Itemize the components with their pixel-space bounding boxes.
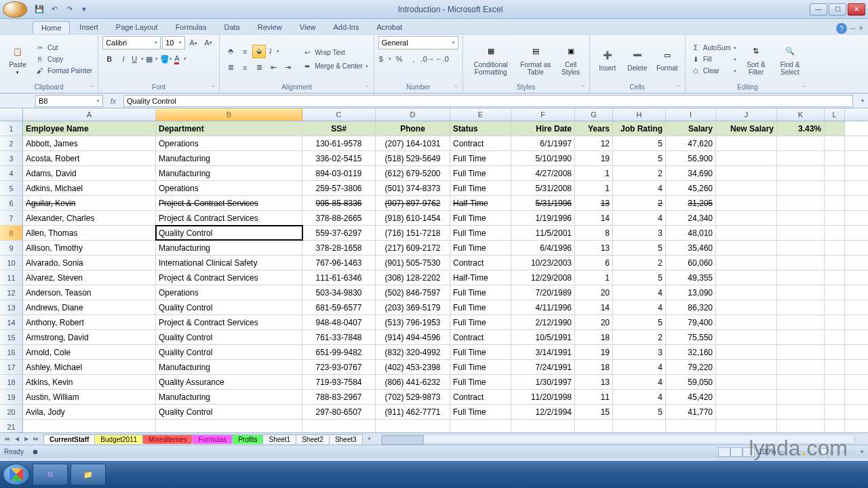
autosum-button[interactable]: ΣAutoSum▾: [690, 43, 738, 54]
column-header-A[interactable]: A: [23, 108, 156, 121]
cell[interactable]: [825, 181, 845, 195]
cell[interactable]: Full Time: [450, 181, 511, 195]
zoom-in-icon[interactable]: +: [860, 448, 864, 455]
cell[interactable]: 20: [575, 315, 613, 329]
cell[interactable]: 31,205: [666, 196, 716, 210]
cell[interactable]: 11: [575, 390, 613, 404]
cell[interactable]: [825, 315, 845, 329]
fill-button[interactable]: ⬇Fill▾: [690, 54, 738, 65]
cell[interactable]: [825, 196, 845, 210]
cell[interactable]: Anderson, Teason: [23, 285, 156, 300]
cell[interactable]: [511, 420, 575, 432]
cell[interactable]: 681-59-6577: [302, 300, 376, 314]
cell[interactable]: Quality Control: [156, 226, 302, 240]
cell[interactable]: 5: [613, 405, 666, 419]
row-header-1[interactable]: 1: [0, 121, 23, 136]
cell[interactable]: (612) 679-5200: [376, 166, 450, 180]
cell[interactable]: [716, 285, 777, 300]
cell[interactable]: Ashley, Michael: [23, 360, 156, 374]
cell[interactable]: Full Time: [450, 300, 511, 314]
cell[interactable]: [777, 315, 825, 329]
cell[interactable]: (832) 320-4992: [376, 345, 450, 359]
tab-acrobat[interactable]: Acrobat: [368, 21, 410, 34]
cell[interactable]: 19: [575, 345, 613, 359]
cell[interactable]: (716) 151-7218: [376, 226, 450, 240]
cell[interactable]: [825, 420, 845, 432]
cell[interactable]: [716, 211, 777, 225]
column-header-G[interactable]: G: [575, 108, 613, 121]
cell[interactable]: 13: [575, 196, 613, 210]
top-align-icon[interactable]: ⬘: [224, 45, 237, 58]
expand-formula-icon[interactable]: ▾: [857, 98, 868, 104]
cell[interactable]: 2: [613, 256, 666, 270]
cell[interactable]: 48,010: [666, 226, 716, 240]
cell[interactable]: Adams, David: [23, 166, 156, 180]
cell[interactable]: 5/10/1990: [511, 151, 575, 165]
formula-input[interactable]: Quality Control: [123, 95, 853, 107]
cell[interactable]: Full Time: [450, 375, 511, 389]
cell[interactable]: Contract: [450, 390, 511, 404]
cell[interactable]: (901) 505-7530: [376, 256, 450, 270]
cell[interactable]: Phone: [376, 121, 450, 136]
cell[interactable]: Full Time: [450, 226, 511, 240]
cell[interactable]: [156, 420, 302, 432]
new-sheet-icon[interactable]: ✦: [365, 434, 374, 444]
cell[interactable]: Manufacturing: [156, 151, 302, 165]
row-header-11[interactable]: 11: [0, 270, 23, 285]
cell[interactable]: [716, 166, 777, 180]
select-all-corner[interactable]: [0, 108, 23, 121]
cell[interactable]: Alexander, Charles: [23, 211, 156, 225]
cell[interactable]: [825, 405, 845, 419]
cell[interactable]: 3/14/1991: [511, 345, 575, 359]
cell[interactable]: [716, 420, 777, 432]
cell[interactable]: 86,320: [666, 300, 716, 314]
cell[interactable]: Arnold, Cole: [23, 345, 156, 359]
cell[interactable]: 894-03-0119: [302, 166, 376, 180]
cell[interactable]: 378-28-1658: [302, 241, 376, 255]
cell[interactable]: 56,900: [666, 151, 716, 165]
cell[interactable]: 2/12/1990: [511, 315, 575, 329]
cell[interactable]: 10/23/2003: [511, 256, 575, 270]
cell[interactable]: New Salary: [716, 121, 777, 136]
cell[interactable]: 14: [575, 300, 613, 314]
row-header-17[interactable]: 17: [0, 360, 23, 374]
cell[interactable]: Status: [450, 121, 511, 136]
next-sheet-icon[interactable]: ▶: [22, 434, 31, 444]
cell[interactable]: [302, 420, 376, 432]
maximize-button[interactable]: ☐: [829, 3, 846, 16]
cell[interactable]: 12/29/2008: [511, 270, 575, 285]
row-header-3[interactable]: 3: [0, 151, 23, 165]
ribbon-minimize-icon[interactable]: —: [850, 25, 856, 32]
cell[interactable]: (501) 374-8373: [376, 181, 450, 195]
normal-view-icon[interactable]: [718, 447, 730, 457]
cell[interactable]: Department: [156, 121, 302, 136]
cell[interactable]: 59,050: [666, 375, 716, 389]
cell[interactable]: [716, 151, 777, 165]
cell[interactable]: 60,060: [666, 256, 716, 270]
save-icon[interactable]: 💾: [33, 3, 46, 16]
cell[interactable]: 12: [575, 136, 613, 150]
tab-data[interactable]: Data: [216, 21, 248, 34]
cell[interactable]: 5: [613, 136, 666, 150]
cell[interactable]: 948-48-0407: [302, 315, 376, 329]
undo-icon[interactable]: ↶: [47, 3, 61, 16]
cell[interactable]: Avila, Jody: [23, 405, 156, 419]
cell[interactable]: 49,355: [666, 270, 716, 285]
cell[interactable]: [716, 270, 777, 285]
cell[interactable]: (806) 441-6232: [376, 375, 450, 389]
cell[interactable]: 2: [613, 330, 666, 344]
cell[interactable]: Acosta, Robert: [23, 151, 156, 165]
font-name-select[interactable]: Calibri▾: [102, 36, 161, 49]
cell[interactable]: 32,160: [666, 345, 716, 359]
cell[interactable]: Full Time: [450, 241, 511, 255]
cell[interactable]: Operations: [156, 136, 302, 150]
cell[interactable]: 3: [613, 226, 666, 240]
font-color-button[interactable]: A▾: [174, 52, 187, 66]
cell[interactable]: 2: [613, 166, 666, 180]
cell[interactable]: [777, 405, 825, 419]
macro-record-icon[interactable]: ⏺: [32, 448, 39, 455]
cell[interactable]: 723-93-0767: [302, 360, 376, 374]
cell[interactable]: 503-34-9830: [302, 285, 376, 300]
decrease-decimal-icon[interactable]: ←.0: [435, 52, 449, 66]
cell[interactable]: [376, 420, 450, 432]
